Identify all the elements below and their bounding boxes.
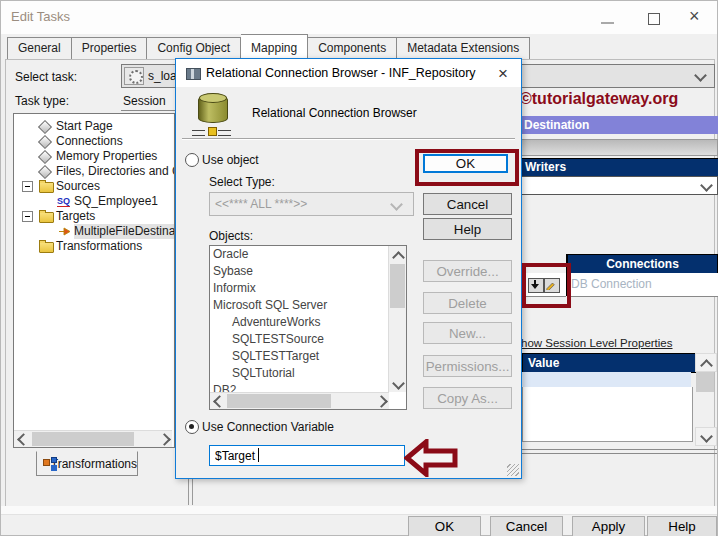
objects-listbox[interactable]: Oracle Sybase Informix Microsoft SQL Ser… [209, 245, 407, 410]
tab-strip: General Properties Config Object Mapping… [7, 37, 530, 60]
list-item[interactable]: Oracle [210, 246, 389, 263]
tab-mapping[interactable]: Mapping [241, 34, 308, 61]
cancel-button[interactable]: Cancel [423, 193, 512, 215]
tree-item-memory-properties[interactable]: Memory Properties [56, 149, 157, 164]
splitter-line [192, 479, 193, 505]
dialog-close-icon[interactable]: × [498, 64, 508, 84]
scrollbar-thumb[interactable] [32, 432, 134, 446]
splitter-line [188, 479, 189, 505]
list-item[interactable]: SQLTESTSource [210, 331, 389, 348]
tree-item-start-page[interactable]: Start Page [56, 119, 113, 134]
diamond-icon [38, 165, 52, 179]
permissions-button: Permissions... [423, 355, 512, 377]
text-caret [258, 448, 259, 462]
resize-grip[interactable] [507, 464, 519, 476]
transformations-icon [43, 457, 46, 471]
scroll-right-icon[interactable] [375, 395, 388, 408]
tree-item-multiplefiledestination[interactable]: MultipleFileDestination [74, 224, 175, 239]
task-type-label: Task type: [15, 94, 69, 108]
task-type-underline [121, 110, 175, 111]
annotation-arrow-left [404, 439, 458, 477]
tree-h-scrollbar[interactable] [14, 430, 172, 447]
close-icon[interactable]: × [689, 6, 700, 27]
annotation-box-connection-buttons [522, 263, 571, 308]
minimize-icon[interactable] [601, 22, 614, 24]
use-connection-variable-radio[interactable] [185, 420, 199, 434]
window-titlebar: Edit Tasks × [1, 1, 717, 34]
window-title: Edit Tasks [11, 9, 70, 24]
footer-ok-button[interactable]: OK [408, 516, 481, 536]
connection-variable-input[interactable] [209, 445, 405, 466]
session-level-properties-link[interactable]: how Session Level Properties [521, 337, 673, 349]
writers-header: Writers [521, 158, 718, 177]
select-type-dropdown: <<**** ALL ****>> [209, 192, 414, 216]
tree-item-connections[interactable]: Connections [56, 134, 123, 149]
list-item[interactable]: AdventureWorks [210, 314, 389, 331]
scroll-left-icon[interactable] [213, 395, 226, 408]
edit-tasks-window: Edit Tasks × General Properties Config O… [0, 0, 718, 536]
scroll-down-icon[interactable] [392, 377, 405, 390]
connections-header: Connections [567, 254, 718, 274]
scroll-up-icon[interactable] [392, 251, 405, 264]
chevron-down-icon[interactable] [700, 179, 713, 192]
footer-cancel-button[interactable]: Cancel [490, 516, 563, 536]
separator-lines [521, 449, 717, 454]
footer-separator [1, 506, 717, 515]
list-item[interactable]: Informix [210, 280, 389, 297]
override-button: Override... [423, 260, 512, 282]
collapse-icon[interactable] [22, 211, 33, 222]
scroll-right-icon[interactable] [158, 433, 171, 446]
objects-h-scrollbar[interactable] [210, 392, 389, 409]
transformations-bottom-tab[interactable]: Transformations [36, 451, 138, 476]
list-item[interactable]: Microsoft SQL Server [210, 297, 389, 314]
session-tree: Start Page Connections Memory Properties… [13, 113, 175, 448]
grid-row-highlight [522, 372, 691, 387]
database-connector-icon [208, 127, 217, 136]
scrollbar-thumb[interactable] [696, 372, 714, 392]
list-item[interactable]: Sybase [210, 263, 389, 280]
scroll-up-button[interactable] [695, 353, 717, 372]
tab-properties[interactable]: Properties [72, 37, 148, 61]
delete-button: Delete [423, 292, 512, 314]
diamond-icon [38, 120, 52, 134]
footer-apply-button[interactable]: Apply [572, 516, 645, 536]
tree-item-files-directories[interactable]: Files, Directories and Co [56, 164, 175, 179]
target-arrow-icon [58, 226, 71, 237]
footer-help-button[interactable]: Help [647, 516, 717, 536]
use-object-label: Use object [202, 153, 259, 167]
tree-item-transformations[interactable]: Transformations [56, 239, 142, 254]
writers-dropdown[interactable] [521, 176, 718, 195]
diamond-icon [38, 150, 52, 164]
scroll-left-icon[interactable] [17, 433, 30, 446]
tree-item-targets[interactable]: Targets [56, 209, 95, 224]
use-object-radio[interactable] [185, 153, 199, 167]
help-button[interactable]: Help [423, 218, 512, 240]
chevron-down-icon [390, 198, 403, 211]
select-task-label: Select task: [15, 70, 77, 84]
scroll-down-button[interactable] [695, 427, 717, 446]
folder-icon [39, 242, 54, 253]
scrollbar-thumb[interactable] [227, 394, 331, 408]
dialog-app-icon [186, 68, 201, 80]
folder-icon [39, 182, 54, 193]
task-type-value: Session [123, 94, 166, 108]
chevron-down-icon[interactable] [694, 69, 707, 82]
dialog-titlebar[interactable]: Relational Connection Browser - INF_Repo… [176, 59, 521, 87]
relational-connection-browser-dialog: Relational Connection Browser - INF_Repo… [175, 58, 522, 479]
connector-line [192, 130, 205, 136]
db-connection-cell[interactable]: DB Connection [567, 273, 718, 297]
folder-icon [39, 212, 54, 223]
maximize-icon[interactable] [648, 13, 660, 25]
diamond-icon [38, 135, 52, 149]
list-item[interactable]: SQLTESTTarget [210, 348, 389, 365]
tree-item-sq-employee1[interactable]: SQ SQ_Employee1 [74, 194, 158, 209]
scrollbar-thumb[interactable] [390, 264, 405, 308]
list-item[interactable]: SQLTutorial [210, 365, 389, 382]
tree-item-sources[interactable]: Sources [56, 179, 100, 194]
tab-general[interactable]: General [7, 37, 72, 61]
grid-row [522, 423, 693, 442]
collapse-icon[interactable] [22, 181, 33, 192]
use-connection-variable-label: Use Connection Variable [202, 420, 334, 434]
objects-v-scrollbar[interactable] [388, 246, 406, 392]
task-icon-box [124, 67, 144, 85]
